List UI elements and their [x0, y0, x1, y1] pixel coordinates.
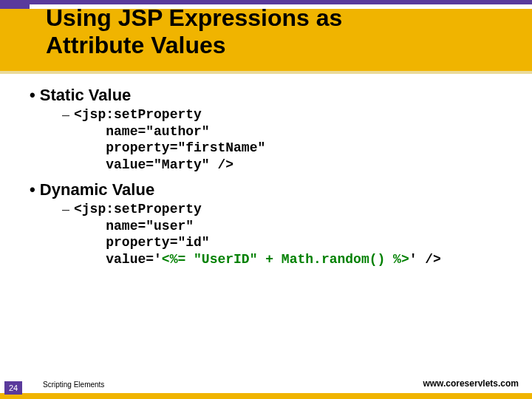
code-static: <jsp:setProperty name="author" property=…: [74, 106, 265, 173]
dash-2: –: [62, 201, 69, 218]
bullet-dynamic-value: Dynamic Value: [30, 180, 517, 200]
title-line-1: Using JSP Expressions as: [46, 4, 342, 31]
footer-url: www.coreservlets.com: [423, 378, 519, 389]
dash-1: –: [62, 106, 69, 123]
footer-band: [0, 393, 532, 399]
footer-section-label: Scripting Elements: [43, 381, 104, 389]
code1-l3: property="firstName": [74, 140, 265, 155]
code2-l1: <jsp:setProperty: [74, 202, 202, 216]
title-line-2: Attribute Values: [46, 32, 226, 58]
code2-l2: name="user": [74, 219, 194, 233]
page-number: 24: [4, 381, 22, 395]
code2-l4c: ' />: [409, 252, 441, 267]
code1-l1: <jsp:setProperty: [74, 107, 202, 122]
code2-l4a: value=': [74, 252, 162, 267]
code-dynamic: <jsp:setProperty name="user" property="i…: [74, 201, 441, 267]
code1-l4: value="Marty" />: [74, 157, 233, 172]
code-block-static: – <jsp:setProperty name="author" propert…: [62, 106, 517, 173]
title-band-shadow: [0, 71, 532, 74]
code2-l4b-expression: <%= "UserID" + Math.random() %>: [162, 252, 409, 267]
code1-l2: name="author": [74, 124, 210, 139]
bullet-static-value: Static Value: [30, 86, 517, 105]
slide-footer: 24 Scripting Elements www.coreservlets.c…: [0, 377, 532, 399]
code2-l3: property="id": [74, 235, 210, 250]
slide-title: Using JSP Expressions as Attribute Value…: [46, 4, 510, 59]
code-block-dynamic: – <jsp:setProperty name="user" property=…: [62, 201, 517, 267]
slide-body: Static Value – <jsp:setProperty name="au…: [30, 81, 517, 275]
